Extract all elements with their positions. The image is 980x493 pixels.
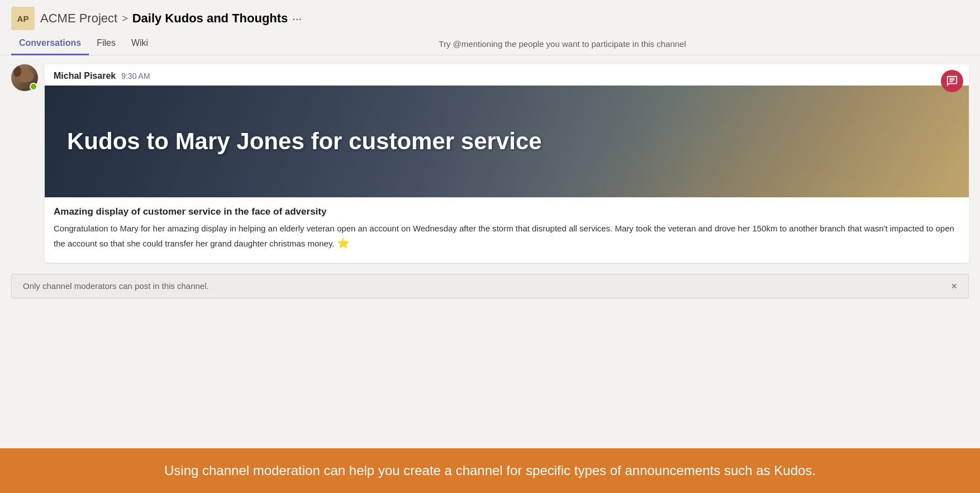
message-header: Michal Pisarek 9:30 AM [45,64,969,86]
tab-conversations[interactable]: Conversations [11,32,89,55]
sender-name: Michal Pisarek [54,71,116,81]
reaction-button[interactable] [941,70,963,92]
message-row: Michal Pisarek 9:30 AM Kudos to Mary Jon… [11,64,969,263]
tabs-bar: Conversations Files Wiki Try @mentioning… [0,32,980,55]
main-content: Michal Pisarek 9:30 AM Kudos to Mary Jon… [0,55,980,307]
message-body: Amazing display of customer service in t… [45,197,969,263]
mention-hint: Try @mentioning the people you want to p… [156,35,969,53]
channel-name: Daily Kudos and Thoughts [132,11,288,26]
project-name: ACME Project [40,11,117,26]
message-subtitle: Amazing display of customer service in t… [54,206,960,217]
breadcrumb-separator: > [122,13,128,25]
tab-files[interactable]: Files [89,32,123,55]
project-badge: AP [11,7,35,30]
message-time: 9:30 AM [121,72,150,80]
star-emoji: ⭐ [337,238,349,249]
message-card: Michal Pisarek 9:30 AM Kudos to Mary Jon… [45,64,969,263]
close-button[interactable]: × [951,281,957,291]
channel-more-options[interactable]: ··· [292,12,302,25]
kudos-title: Kudos to Mary Jones for customer service [67,127,542,155]
message-body-text: Congratulation to Mary for her amazing d… [54,224,954,248]
bottom-banner-text: Using channel moderation can help you cr… [22,461,958,481]
message-text: Congratulation to Mary for her amazing d… [54,222,960,252]
breadcrumb: ACME Project > Daily Kudos and Thoughts … [40,11,302,26]
tab-wiki[interactable]: Wiki [123,32,156,55]
reaction-icon [946,75,958,87]
online-status-badge [30,83,37,91]
kudos-banner: Kudos to Mary Jones for customer service [45,86,969,197]
header: AP ACME Project > Daily Kudos and Though… [0,0,980,30]
avatar-container [11,64,38,91]
bottom-banner: Using channel moderation can help you cr… [0,448,980,493]
moderation-notice: Only channel moderators can post in this… [11,274,969,298]
moderation-text: Only channel moderators can post in this… [23,281,209,291]
